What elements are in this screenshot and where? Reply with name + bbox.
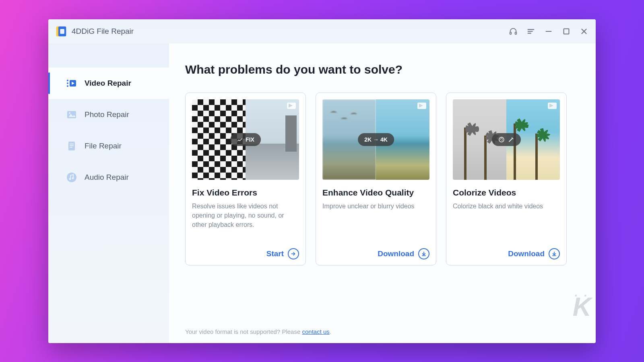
svg-rect-17 bbox=[67, 111, 76, 118]
cards-row: FIX Fix Video Errors Resolve issues like… bbox=[185, 93, 580, 265]
svg-point-25 bbox=[69, 178, 71, 180]
sidebar-item-label: Photo Repair bbox=[85, 110, 129, 119]
svg-rect-9 bbox=[564, 29, 569, 34]
svg-rect-4 bbox=[515, 32, 517, 34]
card-thumbnail bbox=[453, 99, 560, 180]
svg-rect-23 bbox=[70, 147, 72, 148]
action-label: Download bbox=[378, 249, 414, 258]
maximize-icon[interactable] bbox=[562, 27, 571, 36]
svg-point-34 bbox=[502, 140, 502, 140]
action-label: Download bbox=[508, 249, 545, 258]
action-label: Start bbox=[266, 249, 284, 258]
svg-point-26 bbox=[72, 177, 74, 179]
contact-us-link[interactable]: contact us bbox=[302, 328, 329, 335]
footer-text-after: . bbox=[330, 328, 331, 335]
photo-repair-icon bbox=[66, 109, 77, 120]
svg-rect-21 bbox=[70, 144, 74, 144]
minimize-icon[interactable] bbox=[544, 27, 553, 36]
svg-point-12 bbox=[67, 80, 68, 81]
sidebar: Video Repair Photo Repair File Repair Au… bbox=[48, 43, 169, 343]
file-repair-icon bbox=[66, 140, 77, 152]
sidebar-item-file-repair[interactable]: File Repair bbox=[48, 130, 169, 162]
card-fix-video-errors[interactable]: FIX Fix Video Errors Resolve issues like… bbox=[185, 93, 306, 265]
video-repair-icon bbox=[66, 78, 77, 89]
sidebar-item-label: Video Repair bbox=[85, 79, 131, 88]
card-description: Colorize black and white videos bbox=[453, 202, 560, 248]
headset-icon[interactable] bbox=[509, 27, 518, 36]
sidebar-item-video-repair[interactable]: Video Repair bbox=[48, 68, 169, 99]
titlebar: 4DDiG File Repair bbox=[48, 19, 596, 43]
download-icon bbox=[418, 248, 429, 259]
video-badge-icon bbox=[417, 103, 426, 109]
app-logo-icon bbox=[56, 26, 67, 37]
card-thumbnail: FIX bbox=[192, 99, 299, 180]
card-title: Enhance Video Quality bbox=[322, 188, 429, 197]
app-title: 4DDiG File Repair bbox=[72, 27, 134, 36]
svg-point-33 bbox=[502, 138, 503, 139]
svg-rect-2 bbox=[60, 29, 64, 33]
thumbnail-badge: FIX bbox=[230, 133, 261, 146]
video-badge-icon bbox=[287, 103, 296, 109]
card-thumbnail: 2K → 4K bbox=[322, 99, 429, 180]
arrow-right-icon bbox=[288, 248, 299, 259]
download-button[interactable]: Download bbox=[322, 248, 429, 259]
window-controls bbox=[509, 27, 588, 36]
card-enhance-video-quality[interactable]: 2K → 4K Enhance Video Quality Improve un… bbox=[316, 93, 436, 265]
svg-point-13 bbox=[67, 82, 68, 84]
svg-point-14 bbox=[67, 85, 68, 87]
menu-icon[interactable] bbox=[526, 27, 535, 36]
video-badge-icon bbox=[548, 103, 557, 109]
thumbnail-badge: 2K → 4K bbox=[358, 133, 394, 146]
svg-point-32 bbox=[501, 138, 502, 138]
page-title: What problems do you want to solve? bbox=[185, 63, 580, 76]
main-content: What problems do you want to solve? FIX … bbox=[169, 43, 596, 343]
card-colorize-videos[interactable]: Colorize Videos Colorize black and white… bbox=[446, 93, 567, 265]
audio-repair-icon bbox=[66, 172, 77, 183]
badge-label: 2K → 4K bbox=[364, 136, 388, 143]
card-description: Improve unclear or blurry videos bbox=[322, 202, 429, 248]
svg-rect-22 bbox=[70, 145, 74, 146]
svg-point-31 bbox=[500, 138, 501, 139]
svg-rect-3 bbox=[510, 32, 512, 34]
sidebar-item-photo-repair[interactable]: Photo Repair bbox=[48, 99, 169, 130]
download-button[interactable]: Download bbox=[453, 248, 560, 259]
card-title: Colorize Videos bbox=[453, 188, 560, 197]
footer-note: Your video format is not supported? Plea… bbox=[185, 320, 580, 335]
sidebar-item-label: File Repair bbox=[85, 142, 122, 150]
card-title: Fix Video Errors bbox=[192, 188, 299, 197]
app-window: 4DDiG File Repair bbox=[48, 19, 596, 343]
sidebar-item-label: Audio Repair bbox=[85, 173, 129, 182]
close-icon[interactable] bbox=[580, 27, 588, 36]
footer-text: Your video format is not supported? Plea… bbox=[185, 328, 302, 335]
start-button[interactable]: Start bbox=[192, 248, 299, 259]
sidebar-item-audio-repair[interactable]: Audio Repair bbox=[48, 162, 169, 193]
download-icon bbox=[549, 248, 560, 259]
card-description: Resolve issues like videos not opening o… bbox=[192, 202, 299, 248]
svg-point-19 bbox=[69, 112, 70, 114]
svg-point-24 bbox=[67, 173, 76, 182]
badge-label: FIX bbox=[246, 136, 254, 143]
thumbnail-badge bbox=[492, 133, 521, 146]
